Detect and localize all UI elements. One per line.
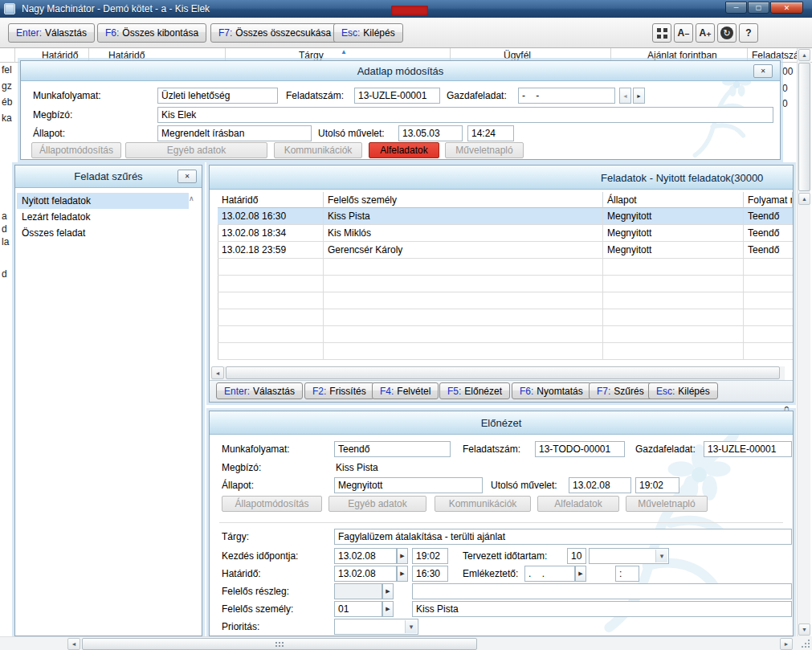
font-increase-button[interactable]: A₊ — [696, 23, 715, 43]
tasks-horizontal-scrollbar[interactable]: ◄ — [211, 366, 785, 380]
deadline-date-field[interactable]: 13.02.08 — [334, 566, 397, 582]
record-prev-button[interactable]: ◄ — [619, 88, 631, 104]
main-vertical-scrollbar[interactable]: ▲ ▲ ▼ — [797, 48, 810, 636]
date-picker-button[interactable]: ▶ — [397, 548, 408, 564]
client-field[interactable]: Kis Elek — [157, 107, 773, 123]
exit-button[interactable]: Esc:Kilépés — [333, 23, 403, 43]
list-scroll-up-icon[interactable]: ∧ — [189, 194, 194, 202]
column-header-process[interactable]: Folyamat név — [744, 192, 793, 208]
minimize-button[interactable]: ─ — [725, 2, 747, 14]
filter-item-all-tasks[interactable]: Összes feladat — [17, 225, 189, 241]
column-header-status[interactable]: Állapot — [603, 192, 744, 208]
scroll-right-button[interactable]: ► — [780, 638, 793, 650]
tile-windows-button[interactable] — [652, 23, 671, 43]
add-button[interactable]: F4:Felvétel — [372, 382, 439, 399]
dialog-title: Adatlap módosítás — [357, 65, 444, 77]
lookup-button[interactable]: ▶ — [382, 583, 394, 599]
table-row[interactable]: 13.02.08 18:34 Kis Miklós Megnyitott Tee… — [218, 225, 793, 242]
shortcut-key: F6: — [520, 386, 533, 397]
background-text-fragment: éb — [2, 96, 12, 108]
filter-panel-close-button[interactable]: ✕ — [177, 170, 197, 183]
workflow-field[interactable]: Üzleti lehetőség — [157, 88, 278, 104]
collapse-all-button[interactable]: F7:Összes összecsukása — [210, 23, 339, 43]
tasks-table-header[interactable]: Határidő Felelős személy Állapot Folyama… — [218, 192, 793, 208]
main-horizontal-scrollbar[interactable]: ◄ ► — [0, 636, 794, 650]
status-field[interactable]: Megrendelt írásban — [157, 125, 312, 141]
lookup-button[interactable]: ▶ — [382, 601, 394, 617]
reminder-date-field[interactable]: . . — [524, 566, 575, 582]
preview-button[interactable]: F5:Előnézet — [439, 382, 510, 399]
maximize-button[interactable]: ▢ — [748, 2, 769, 14]
preview-panel-titlebar[interactable]: Előnézet — [210, 411, 793, 435]
table-row[interactable]: 13.02.08 16:30 Kiss Pista Megnyitott Tee… — [218, 208, 793, 225]
filter-panel-titlebar[interactable]: Feladat szűrés — [15, 166, 202, 188]
task-number-field[interactable]: 13-TODO-00001 — [535, 441, 625, 457]
exit-button[interactable]: Esc:Kilépés — [648, 382, 718, 399]
scroll-left-button[interactable]: ◄ — [67, 638, 80, 650]
table-row[interactable]: 13.02.18 23:59 Gerencsér Károly Megnyito… — [218, 242, 793, 259]
subtasks-button[interactable]: Alfeladatok — [369, 142, 439, 158]
expand-all-button[interactable]: F6:Összes kibontása — [97, 23, 206, 43]
priority-select[interactable]: Nem sürgős ▾ — [334, 619, 418, 635]
sort-ascending-icon: ▲ — [341, 48, 347, 55]
cell-person: Kiss Pista — [324, 208, 603, 225]
filter-item-open-tasks[interactable]: Nyitott feladatok — [17, 193, 189, 209]
table-row-empty[interactable] — [218, 292, 793, 309]
start-time-field[interactable]: 19:02 — [412, 548, 448, 564]
table-row-empty[interactable] — [218, 276, 793, 292]
font-decrease-button[interactable]: A₋ — [674, 23, 693, 43]
task-number-field[interactable]: 13-UZLE-00001 — [354, 88, 440, 104]
reminder-time-field[interactable]: : — [615, 566, 639, 582]
date-picker-button[interactable]: ▶ — [575, 566, 586, 582]
person-code-field[interactable]: 01 — [334, 601, 382, 617]
deadline-time-field[interactable]: 16:30 — [412, 566, 448, 582]
refresh-button[interactable]: ↻ — [717, 23, 737, 43]
workflow-field[interactable]: Teendő — [334, 441, 451, 457]
parent-task-field[interactable]: 13-UZLE-00001 — [704, 441, 792, 457]
subject-field[interactable]: Fagylalüzem átalakítása - terülti ajánla… — [334, 529, 792, 545]
scrollbar-thumb[interactable] — [82, 638, 477, 650]
scrollbar-thumb[interactable] — [226, 366, 780, 379]
chevron-down-icon[interactable]: ▾ — [405, 620, 417, 633]
dialog-close-button[interactable]: ✕ — [753, 64, 773, 78]
close-button[interactable]: ✕ — [770, 2, 803, 14]
help-button[interactable]: ? — [739, 23, 758, 43]
priority-label: Prioritás: — [222, 619, 259, 635]
table-row-empty[interactable] — [218, 309, 793, 326]
scroll-left-button[interactable]: ◄ — [211, 366, 224, 379]
department-name-field[interactable] — [412, 583, 792, 599]
refresh-button[interactable]: F2:Frissítés — [304, 382, 374, 399]
scroll-down-button[interactable]: ▼ — [798, 623, 810, 636]
filter-panel-title: Feladat szűrés — [74, 170, 142, 182]
tasks-scrollbar-up-button[interactable]: ▲ — [798, 193, 810, 205]
resize-grip[interactable] — [794, 636, 812, 650]
filter-button[interactable]: F7:Szűrés — [589, 382, 652, 399]
main-toolbar: Enter:Választás F6:Összes kibontása F7:Ö… — [0, 18, 812, 48]
window-titlebar[interactable]: Nagy Machinátor - Demó kötet - a - Kis E… — [0, 0, 812, 18]
status-field[interactable]: Megnyitott — [334, 477, 483, 493]
department-code-field[interactable] — [334, 583, 382, 599]
column-header-due[interactable]: Határidő — [218, 192, 324, 208]
select-button[interactable]: Enter:Választás — [216, 382, 303, 399]
dialog-titlebar[interactable]: Adatlap módosítás — [21, 61, 780, 81]
start-date-field[interactable]: 13.02.08 — [334, 548, 397, 564]
column-header-person[interactable]: Felelős személy — [324, 192, 603, 208]
cell-empty — [218, 326, 324, 343]
duration-field[interactable]: 10 — [567, 548, 586, 564]
planned-duration-label: Tervezett időtartam: — [463, 548, 547, 564]
parent-task-field[interactable]: - - — [518, 88, 615, 104]
date-picker-button[interactable]: ▶ — [397, 566, 408, 582]
chevron-down-icon[interactable]: ▾ — [655, 550, 667, 562]
duration-unit-select[interactable]: Perc ▾ — [589, 548, 669, 564]
shortcut-key: Esc: — [341, 27, 360, 39]
scrollbar-thumb[interactable] — [798, 63, 810, 191]
table-row-empty[interactable] — [218, 326, 793, 343]
print-button[interactable]: F6:Nyomtatás — [512, 382, 591, 399]
select-button[interactable]: Enter:Választás — [8, 23, 95, 43]
person-name-field[interactable]: Kiss Pista — [412, 601, 792, 617]
scroll-up-button[interactable]: ▲ — [798, 49, 810, 61]
table-row-empty[interactable] — [218, 259, 793, 276]
record-next-button[interactable]: ► — [633, 88, 645, 104]
table-row-empty[interactable] — [218, 343, 793, 360]
filter-item-closed-tasks[interactable]: Lezárt feladatok — [17, 209, 189, 225]
